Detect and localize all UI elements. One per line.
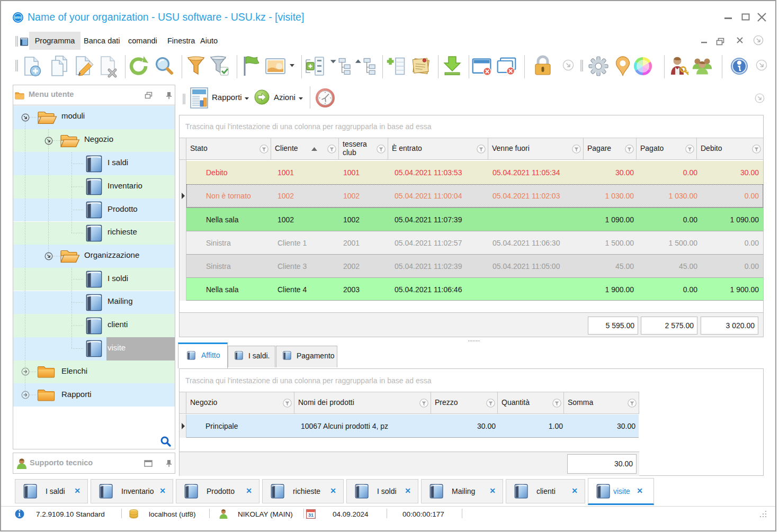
svg-text:31: 31 [308,512,314,518]
